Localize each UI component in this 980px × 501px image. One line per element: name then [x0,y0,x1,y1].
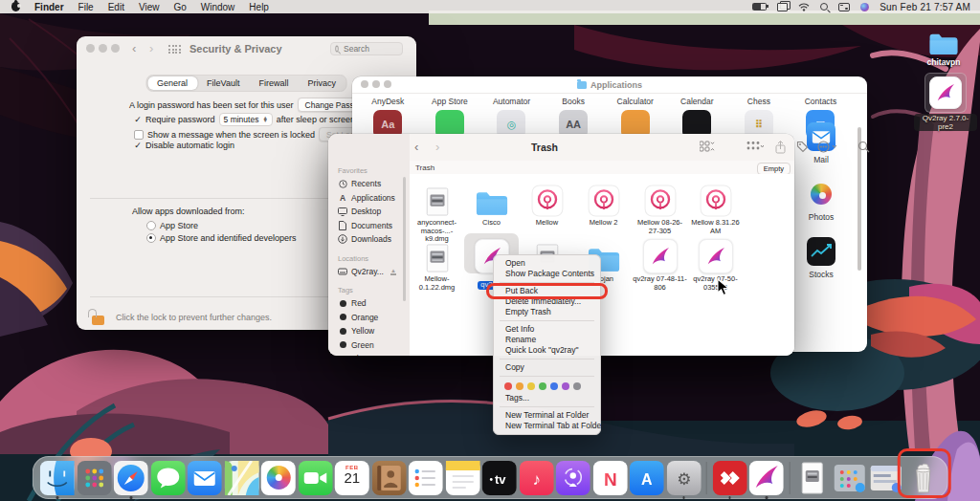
unlocked-padlock-icon[interactable] [92,316,104,325]
dock-icon-anydesk[interactable] [712,461,746,495]
dock-icon-messages[interactable] [150,461,185,495]
menu-item-quick-look-qv2ray-[interactable]: Quick Look "qv2ray" [494,345,600,356]
menu-bar-clock[interactable]: Sun Feb 21 7:57 AM [880,2,970,12]
radio-app-store[interactable]: App Store [146,221,198,230]
search-input[interactable] [342,43,398,54]
dock-icon-app-store[interactable]: A [630,461,664,495]
back-button[interactable]: ‹ [132,42,136,54]
trash-file-cisco[interactable]: Cisco [464,177,519,228]
tag-color-swatch[interactable] [562,382,569,390]
icon-view-icon[interactable] [700,141,715,153]
app-item-photos[interactable]: Photos [791,180,852,222]
search-icon[interactable] [858,141,870,153]
menu-item-empty-trash[interactable]: Empty Trash [494,307,600,317]
tag-color-swatch[interactable] [573,382,581,390]
trash-file-mellow-08-26-27-305[interactable]: Mellow 08-26-27-305 [633,177,687,235]
sidebar-item-documents[interactable]: Documents [338,219,410,233]
active-app-menu[interactable]: Finder [34,2,64,12]
dock-icon-dmg-document[interactable] [795,461,830,495]
lock-message-checkbox[interactable] [134,130,144,140]
back-button[interactable]: ‹ [414,141,418,153]
require-password-checkbox[interactable]: ✓ [134,116,142,123]
trash-file-qv2ray-07-48-11-806[interactable]: qv2ray 07-48-11-806 [633,233,687,292]
forward-button[interactable]: › [435,141,439,153]
app-item-stocks[interactable]: Stocks [791,237,852,279]
dock-icon-calendar[interactable]: FEB21 [335,461,369,495]
share-icon[interactable] [775,141,786,154]
dock-icon-notes[interactable] [445,461,479,495]
more-actions-icon[interactable] [817,141,838,153]
forward-button[interactable]: › [149,42,153,54]
tab-general[interactable]: General [147,76,197,90]
tab-firewall[interactable]: Firewall [249,76,298,90]
menu-window[interactable]: Window [201,2,235,12]
sidebar-item-red[interactable]: Red [338,296,410,311]
tag-color-swatch[interactable] [504,382,512,390]
tag-icon[interactable] [796,141,809,153]
dock-icon-podcasts[interactable] [556,461,590,495]
trash-file-mellow[interactable]: Mellow [520,177,574,228]
zoom-button[interactable] [384,80,391,88]
apple-menu-icon[interactable] [11,2,20,11]
search-field[interactable] [330,42,403,55]
minimize-button[interactable] [372,80,380,88]
menu-item-rename[interactable]: Rename [494,335,600,345]
sidebar-item-applications[interactable]: AApplications [338,191,410,206]
menu-item-new-terminal-tab-at-folder[interactable]: New Terminal Tab at Folder [494,421,600,431]
tag-color-swatch[interactable] [527,382,535,390]
menu-item-tags-[interactable]: Tags... [494,393,600,403]
dock-icon-minimized-window-1[interactable] [832,461,866,495]
dock-icon-news[interactable]: N [592,461,627,495]
group-by-icon[interactable] [746,141,764,153]
interval-dropdown[interactable]: 5 minutes ▲▼ [219,113,273,126]
trash-file-mellow-2[interactable]: Mellow 2 [576,177,631,228]
wifi-icon[interactable] [798,2,810,11]
sidebar-item-yellow[interactable]: Yellow [338,324,410,338]
desktop-icon-chitavpn[interactable]: chitavpn [917,31,970,67]
menu-item-new-terminal-at-folder[interactable]: New Terminal at Folder [494,410,600,421]
dock-icon-qv2ray[interactable] [749,461,784,495]
sidebar-item-green[interactable]: Green [338,338,410,353]
trash-file-mellow-0-1-22-dmg[interactable]: Mellow-0.1.22.dmg [410,233,464,292]
sidebar-item-desktop[interactable]: Desktop [338,205,410,219]
tab-filevault[interactable]: FileVault [197,76,249,90]
tag-color-swatch[interactable] [550,382,558,390]
close-button[interactable] [86,44,95,53]
dock-icon-safari[interactable] [114,461,148,495]
tab-privacy[interactable]: Privacy [298,76,345,90]
trash-file-mellow-8-31-26-am[interactable]: Mellow 8.31.26 AM [688,177,743,235]
tag-color-swatch[interactable] [516,382,523,390]
eject-icon[interactable]: ▲ [390,268,396,275]
trash-file-qv2ray-07-50-035592[interactable]: qv2ray 07-50-035592 [688,233,743,292]
dock-icon-reminders[interactable] [409,461,443,495]
desktop-icon-qv2ray[interactable]: Qv2ray 2.7.0-pre2 [914,73,977,133]
sidebar-item-blue[interactable]: Blue [338,352,410,356]
menu-item-delete-immediately-[interactable]: Delete Immediately... [494,296,600,307]
menu-item-get-info[interactable]: Get Info [494,324,600,335]
menu-item-copy[interactable]: Copy [494,362,600,373]
show-all-icon[interactable] [168,45,181,54]
dock-icon-maps[interactable] [224,461,258,495]
tag-color-swatch[interactable] [539,382,546,390]
zoom-button[interactable] [111,44,120,53]
sidebar-item-orange[interactable]: Orange [338,311,410,325]
menu-item-put-back[interactable]: Put Back [494,286,600,296]
menu-go[interactable]: Go [173,2,186,12]
menu-file[interactable]: File [78,2,94,12]
menu-item-show-package-contents[interactable]: Show Package Contents [494,269,600,279]
dock-icon-photos[interactable] [261,461,296,495]
menu-help[interactable]: Help [249,2,269,12]
control-center-icon[interactable] [838,2,850,11]
radio-app-store-identified[interactable]: App Store and identified developers [146,233,297,243]
dock-icon-facetime[interactable] [298,461,332,495]
menu-edit[interactable]: Edit [108,2,124,12]
dock-icon-mail[interactable] [188,461,222,495]
sidebar-item-downloads[interactable]: Downloads [338,232,410,247]
dock-icon-system-preferences[interactable]: ⚙ [666,461,701,495]
mission-control-icon[interactable] [777,2,788,11]
close-button[interactable] [361,80,368,88]
spotlight-icon[interactable] [820,2,828,11]
dock-icon-music[interactable]: ♪ [519,461,553,495]
dock-icon-trash[interactable] [905,461,940,495]
sidebar-item-qv2ray-[interactable]: Qv2ray...▲ [338,265,410,279]
